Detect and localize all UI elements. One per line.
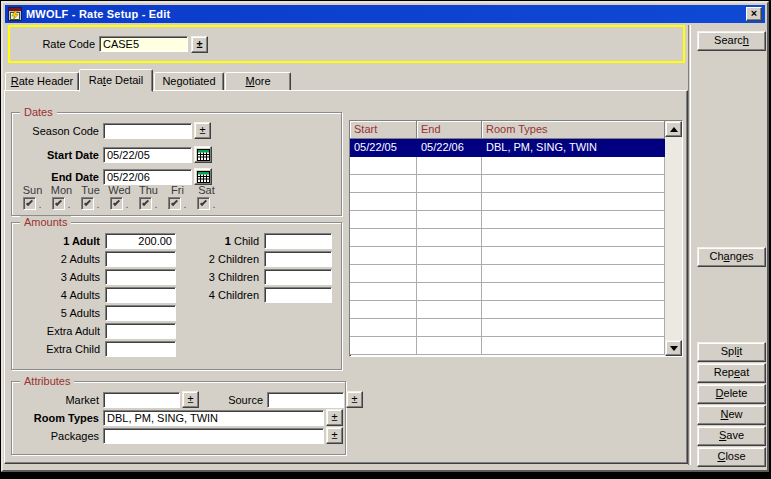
scroll-up-button[interactable] [665,121,682,137]
changes-button[interactable]: Changes [697,247,766,267]
season-code-lov-button[interactable]: ± [194,122,211,139]
amount-row: 4 Adults [14,287,176,302]
room-types-lov-button[interactable]: ± [326,409,343,426]
grid-row[interactable] [350,265,665,283]
start-date-calendar-button[interactable] [194,146,212,163]
grid-row[interactable]: 05/22/0505/22/06DBL, PM, SING, TWIN [350,139,665,157]
grid-row[interactable] [350,319,665,337]
amount-row: 1 Child [159,233,332,248]
grid-cell [482,337,665,355]
grid-row[interactable] [350,283,665,301]
scroll-down-button[interactable] [665,340,682,356]
lov-list-icon: ± [331,411,337,423]
room-types-label: Room Types [14,412,99,424]
day-label: Sat [192,184,221,196]
tab-negotiated[interactable]: Negotiated [154,72,224,91]
amount-row: 2 Adults [14,251,176,266]
source-lov-button[interactable]: ± [346,391,363,408]
season-code-input[interactable] [103,123,192,139]
amounts-adults-column: 1 Adult2 Adults3 Adults4 Adults5 AdultsE… [14,233,176,359]
grid-cell: DBL, PM, SING, TWIN [482,139,665,157]
day-checkbox[interactable] [197,197,210,210]
tab-rate-header[interactable]: Rate Header [5,72,79,91]
tab-more[interactable]: More [225,72,291,91]
amount-label: 4 Children [159,289,259,301]
scrollbar-track[interactable] [665,137,682,340]
grid-row[interactable] [350,301,665,319]
scroll-up-icon [670,127,678,132]
day-checkbox[interactable] [139,197,152,210]
grid-cell [482,157,665,175]
close-button[interactable]: × [746,7,762,21]
start-date-label: Start Date [14,149,99,161]
grid-cell [417,229,482,247]
day-checkbox[interactable] [81,197,94,210]
amount-label: 2 Adults [14,253,100,265]
start-date-input[interactable] [103,147,192,163]
grid-row[interactable] [350,157,665,175]
amount-row: 3 Children [159,269,332,284]
amount-input[interactable] [264,251,332,267]
rate-code-lov-button[interactable]: ± [191,36,208,53]
rate-code-canvas: Rate Code ± [8,25,685,63]
rate-code-label: Rate Code [18,38,95,50]
lov-list-icon: ± [187,393,193,405]
end-date-input[interactable] [103,169,192,185]
grid-row[interactable] [350,175,665,193]
day-checkbox[interactable] [23,197,36,210]
split-button[interactable]: Split [697,342,766,362]
grid-row[interactable] [350,229,665,247]
grid-scrollbar[interactable] [665,121,682,356]
save-button[interactable]: Save [697,426,766,446]
window-title: MWOLF - Rate Setup - Edit [22,8,170,20]
grid-row[interactable] [350,193,665,211]
packages-lov-button[interactable]: ± [326,427,343,444]
day-checkbox[interactable] [52,197,65,210]
amount-input[interactable] [264,233,332,249]
amounts-group: Amounts 1 Adult2 Adults3 Adults4 Adults5… [11,222,342,370]
end-date-calendar-button[interactable] [194,168,212,185]
repeat-button[interactable]: Repeat [697,363,766,383]
source-input[interactable] [267,392,344,408]
grid-cell [417,247,482,265]
amount-label: 1 Adult [14,235,100,247]
delete-button[interactable]: Delete [697,384,766,404]
title-bar[interactable]: MWOLF - Rate Setup - Edit × [5,5,765,23]
attributes-group: Attributes Market ± Source ± Room Types … [11,381,346,455]
amounts-group-label: Amounts [20,216,71,228]
rate-code-input[interactable] [99,36,188,52]
room-types-input[interactable] [103,410,324,426]
grid-cell [417,301,482,319]
grid-cell [350,157,417,175]
lov-list-icon: ± [196,38,202,50]
amount-input[interactable] [264,287,332,303]
grid-cell [350,229,417,247]
grid-cell [482,265,665,283]
amount-input[interactable] [105,323,176,339]
tab-rate-detail[interactable]: Rate Detail [79,69,153,92]
amount-input[interactable] [105,305,176,321]
day-checkbox[interactable] [110,197,123,210]
day-checkboxes-row: ....... [18,197,221,210]
amount-label: 3 Children [159,271,259,283]
check-icon [55,199,62,206]
market-input[interactable] [103,392,180,408]
amount-input[interactable] [105,341,176,357]
search-button[interactable]: Search [697,31,766,51]
calendar-icon [197,149,210,161]
amount-input[interactable] [264,269,332,285]
grid-cell: 05/22/06 [417,139,482,157]
close-window-button[interactable]: Close [697,447,766,467]
grid-row[interactable] [350,247,665,265]
new-button[interactable]: New [697,405,766,425]
grid-cell [350,175,417,193]
packages-input[interactable] [103,428,324,444]
grid-cell [482,301,665,319]
day-checkbox[interactable] [168,197,181,210]
panel-separator [688,25,691,465]
day-labels-row: SunMonTueWedThuFriSat [18,184,221,196]
grid-row[interactable] [350,337,665,355]
market-lov-button[interactable]: ± [182,391,199,408]
grid-row[interactable] [350,211,665,229]
check-icon [84,199,91,206]
